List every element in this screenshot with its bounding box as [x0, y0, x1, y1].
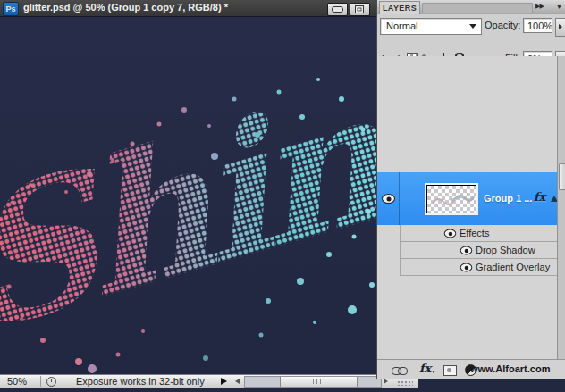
document-statusbar: 50% Exposure works in 32-bit only	[0, 374, 418, 388]
glitter-artwork: Shiny	[0, 17, 418, 374]
blend-mode-select[interactable]: Normal	[380, 18, 482, 35]
thumbnail-glitter-preview	[427, 186, 476, 213]
tab-layers[interactable]: LAYERS	[379, 1, 420, 15]
layer-controls: Normal Opacity: 100% Lock: ✎ Fill: 0%	[377, 14, 565, 57]
panel-header-groove	[422, 3, 533, 13]
layer-thumbnail[interactable]	[426, 185, 476, 213]
status-message: Exposure works in 32-bit only	[76, 375, 205, 388]
layers-panel: LAYERS ▶▶ ▼ Normal Opacity: 100% Lock: ✎…	[376, 0, 565, 379]
eye-icon[interactable]	[460, 246, 473, 255]
opacity-label: Opacity:	[485, 20, 520, 30]
layer-name: Group 1 ...	[484, 193, 532, 204]
photoshop-file-icon: Ps	[3, 2, 19, 16]
status-expand-button[interactable]	[221, 378, 227, 385]
collapse-panels-icon[interactable]: ▶▶	[535, 3, 544, 10]
eye-icon[interactable]	[444, 229, 457, 238]
panel-header: LAYERS ▶▶ ▼	[377, 0, 565, 15]
document-title: glitter.psd @ 50% (Group 1 copy 7, RGB/8…	[23, 2, 228, 13]
layer-row-group1[interactable]: Group 1 ... fx	[377, 172, 557, 225]
hscroll-right-arrow[interactable]	[384, 379, 388, 384]
effects-group-row[interactable]: Effects	[400, 225, 557, 242]
opacity-field[interactable]: 100%	[523, 18, 552, 33]
eye-icon[interactable]	[460, 263, 473, 272]
statusbar-divider	[232, 376, 232, 387]
watermark-text: www.Alfoart.com	[470, 363, 550, 374]
hscroll-thumb[interactable]	[280, 377, 358, 387]
effect-label: Drop Shadow	[476, 245, 535, 255]
eye-icon	[382, 194, 395, 204]
chevron-down-icon	[469, 24, 476, 29]
document-window: Ps glitter.psd @ 50% (Group 1 copy 7, RG…	[0, 0, 418, 392]
statusbar-divider	[40, 376, 41, 387]
zoom-level-field[interactable]: 50%	[7, 375, 27, 388]
panel-scrollbar[interactable]	[557, 56, 565, 359]
panel-bottom-bar: fx www.Alfoart.com	[377, 359, 565, 379]
horizontal-scrollbar[interactable]	[244, 376, 382, 388]
hscroll-left-arrow[interactable]	[235, 379, 240, 384]
layer-fx-badge: fx	[534, 190, 545, 204]
status-clock-icon	[46, 377, 56, 387]
effect-row-drop-shadow[interactable]: Drop Shadow	[400, 242, 557, 259]
blend-mode-value: Normal	[386, 20, 417, 33]
link-layers-icon[interactable]	[392, 367, 409, 375]
opacity-slider-button[interactable]	[555, 18, 565, 37]
document-titlebar[interactable]: Ps glitter.psd @ 50% (Group 1 copy 7, RG…	[0, 0, 418, 17]
add-layer-style-icon[interactable]: fx	[419, 362, 431, 375]
panel-header-divider	[552, 2, 552, 13]
maximize-button[interactable]	[350, 3, 370, 16]
visibility-toggle[interactable]	[377, 172, 400, 225]
effect-label: Gradient Overlay	[476, 262, 550, 272]
effect-row-gradient-overlay[interactable]: Gradient Overlay	[400, 259, 557, 276]
canvas-area[interactable]: Shiny	[0, 17, 418, 374]
add-layer-mask-icon[interactable]	[443, 365, 457, 376]
panel-menu-icon[interactable]: ▼	[556, 4, 562, 10]
layer-list[interactable]: Group 1 ... fx Effects Drop Shadow Gradi…	[377, 56, 557, 359]
minimize-button[interactable]	[327, 3, 348, 16]
panel-scrollbar-thumb[interactable]	[559, 163, 565, 190]
effects-group-label: Effects	[460, 228, 489, 238]
